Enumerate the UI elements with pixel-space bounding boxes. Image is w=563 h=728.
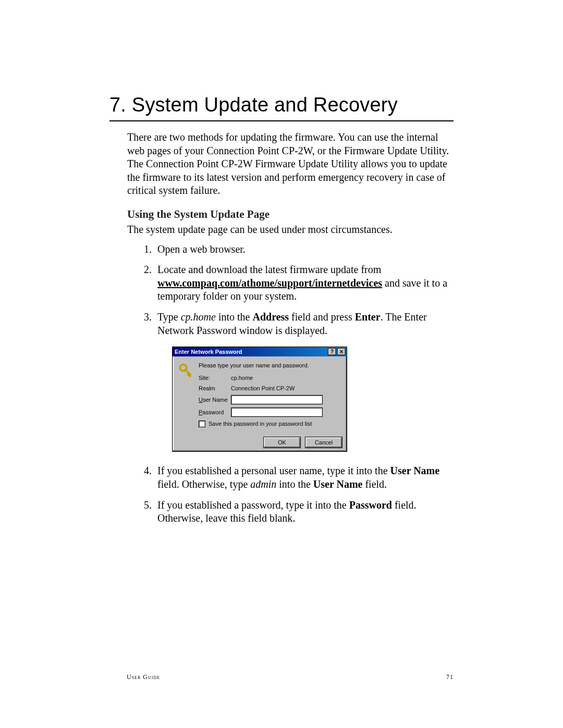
dialog-prompt: Please type your user name and password. [199,362,341,369]
cancel-button[interactable]: Cancel [305,437,342,448]
password-label-rest: assword [202,409,224,415]
save-password-label: Save this password in your password list [209,420,312,427]
username-label-hotkey: U [199,397,203,403]
step-3-a: Type [157,311,181,323]
step-4-a: If you established a personal user name,… [157,465,390,476]
step-2: Locate and download the latest firmware … [154,263,454,303]
step-4-c: into the [276,478,313,490]
step-4-bold2: User Name [313,478,363,490]
key-icon [178,362,193,433]
step-4-bold1: User Name [390,465,440,476]
realm-label: Realm [199,385,231,392]
chapter-title: 7. System Update and Recovery [109,94,454,116]
step-4-b: field. Otherwise, type [157,478,250,490]
page-footer: User Guide 71 [127,673,454,681]
site-label: Site: [199,374,231,381]
intro-paragraph: There are two methods for updating the f… [127,131,454,198]
step-3-b: into the [216,311,253,323]
dialog-titlebar: Enter Network Password ? × [173,347,347,356]
step-5: If you established a password, type it i… [154,499,454,525]
step-3-c: field and press [289,311,355,323]
dialog-title: Enter Network Password [175,348,327,355]
username-input[interactable] [231,395,323,404]
step-4-em: admin [250,478,276,490]
step-3-em: cp.home [181,311,216,323]
save-password-checkbox[interactable] [199,421,205,427]
ok-button[interactable]: OK [263,437,301,448]
step-3-bold2: Enter [355,311,381,323]
step-4-d: field. [362,478,387,490]
section-intro: The system update page can be used under… [127,223,454,237]
enter-network-password-dialog: Enter Network Password ? × [172,347,347,452]
site-value: cp.home [231,374,341,381]
footer-label: User Guide [127,673,160,681]
horizontal-rule [109,120,454,121]
username-label: User Name [199,396,231,403]
step-2-pre: Locate and download the latest firmware … [157,264,381,275]
step-3: Type cp.home into the Address field and … [154,311,454,452]
steps-list: Open a web browser. Locate and download … [127,243,454,525]
realm-value: Connection Point CP-2W [231,385,341,392]
save-password-rest: ave this password in your password list [212,421,312,427]
step-4: If you established a personal user name,… [154,464,454,491]
help-button[interactable]: ? [328,348,336,355]
footer-page-number: 71 [446,673,454,681]
password-label: Password [199,409,231,416]
password-input[interactable] [231,408,323,417]
step-5-bold: Password [349,499,392,511]
step-5-a: If you established a password, type it i… [157,499,349,511]
close-button[interactable]: × [337,348,346,355]
step-1: Open a web browser. [154,243,454,256]
firmware-download-link[interactable]: www.compaq.com/athome/support/internetde… [157,277,382,289]
section-title: Using the System Update Page [127,208,454,221]
step-3-bold1: Address [252,311,289,323]
username-label-rest: ser Name [203,397,228,403]
